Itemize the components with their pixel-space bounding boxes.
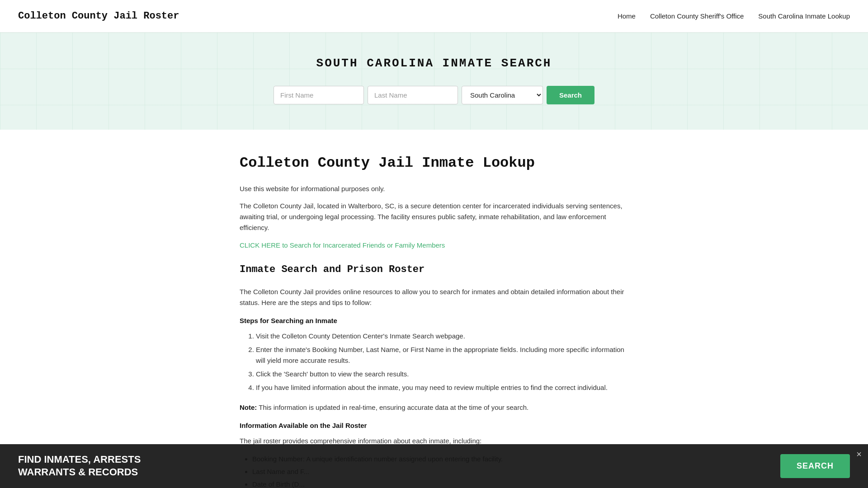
nav-inmate-lookup[interactable]: South Carolina Inmate Lookup	[758, 11, 850, 22]
info-heading: Information Available on the Jail Roster	[240, 420, 628, 431]
search-form: AlabamaAlaskaArizonaArkansasCaliforniaCo…	[18, 86, 850, 104]
step-item: If you have limited information about th…	[256, 382, 628, 393]
header: Colleton County Jail Roster Home Colleto…	[0, 0, 868, 33]
nav-home[interactable]: Home	[618, 11, 636, 22]
note-body: This information is updated in real-time…	[259, 404, 528, 411]
step-item: Click the 'Search' button to view the se…	[256, 369, 628, 380]
bottom-banner: FIND INMATES, ARRESTS WARRANTS & RECORDS…	[0, 444, 868, 488]
banner-line1: FIND INMATES, ARRESTS	[18, 453, 141, 466]
banner-search-button[interactable]: SEARCH	[780, 454, 850, 478]
state-select[interactable]: AlabamaAlaskaArizonaArkansasCaliforniaCo…	[462, 86, 543, 104]
hero-section: SOUTH CAROLINA INMATE SEARCH AlabamaAlas…	[0, 33, 868, 130]
note-text: Note: This information is updated in rea…	[240, 402, 628, 413]
step-item: Visit the Colleton County Detention Cent…	[256, 331, 628, 342]
banner-text: FIND INMATES, ARRESTS WARRANTS & RECORDS	[18, 453, 141, 479]
first-name-input[interactable]	[274, 86, 364, 104]
banner-line2: WARRANTS & RECORDS	[18, 466, 141, 479]
section-text: The Colleton County Jail provides online…	[240, 286, 628, 308]
search-link[interactable]: CLICK HERE to Search for Incarcerated Fr…	[240, 240, 445, 251]
inmate-search-heading: Inmate Search and Prison Roster	[240, 262, 628, 277]
nav-sheriffs-office[interactable]: Colleton County Sheriff's Office	[650, 11, 744, 22]
main-nav: Home Colleton County Sheriff's Office So…	[618, 11, 850, 22]
main-content: Colleton County Jail Inmate Lookup Use t…	[231, 130, 637, 488]
intro-text-2: The Colleton County Jail, located in Wal…	[240, 201, 628, 233]
banner-close-button[interactable]: ×	[856, 450, 862, 459]
steps-list: Visit the Colleton County Detention Cent…	[240, 331, 628, 393]
step-item: Enter the inmate's Booking Number, Last …	[256, 344, 628, 366]
site-title[interactable]: Colleton County Jail Roster	[18, 8, 179, 24]
note-label: Note:	[240, 404, 257, 411]
intro-text-1: Use this website for informational purpo…	[240, 183, 628, 194]
page-heading: Colleton County Jail Inmate Lookup	[240, 151, 628, 174]
hero-title: SOUTH CAROLINA INMATE SEARCH	[18, 54, 850, 73]
steps-heading: Steps for Searching an Inmate	[240, 315, 628, 326]
last-name-input[interactable]	[368, 86, 458, 104]
search-button[interactable]: Search	[547, 86, 594, 104]
